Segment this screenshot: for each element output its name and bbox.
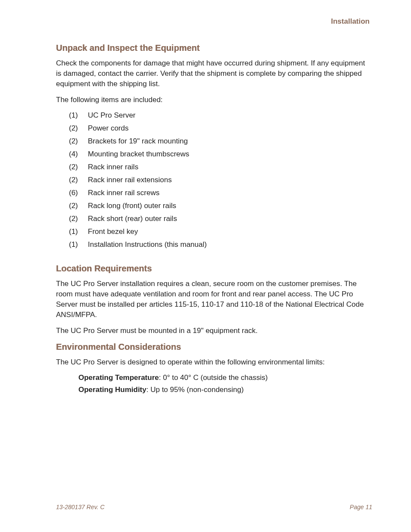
item-desc: Rack short (rear) outer rails [88,215,177,223]
list-item: (2)Rack short (rear) outer rails [69,215,372,223]
spec-value: : 0° to 40° C (outside the chassis) [159,373,268,382]
item-qty: (2) [69,215,88,223]
paragraph: Check the components for damage that mig… [56,58,372,89]
paragraph: The UC Pro Server must be mounted in a 1… [56,326,372,336]
spec-humidity: Operating Humidity: Up to 95% (non-conde… [78,386,372,394]
spec-label: Operating Humidity [78,386,146,394]
list-item: (2)Brackets for 19" rack mounting [69,137,372,146]
item-desc: Mounting bracket thumbscrews [88,150,189,159]
list-item: (1)UC Pro Server [69,111,372,120]
spec-value: : Up to 95% (non-condensing) [146,386,244,394]
item-qty: (2) [69,176,88,184]
item-qty: (1) [69,111,88,120]
item-desc: Rack inner rails [88,163,138,171]
header-section-label: Installation [56,17,372,26]
spec-block: Operating Temperature: 0° to 40° C (outs… [56,373,372,394]
paragraph: The UC Pro Server is designed to operate… [56,357,372,367]
item-qty: (2) [69,124,88,133]
item-desc: Rack inner rail extensions [88,176,172,184]
item-desc: Brackets for 19" rack mounting [88,137,188,146]
heading-environmental: Environmental Considerations [56,342,372,352]
heading-location: Location Requirements [56,264,372,274]
item-desc: Rack inner rail screws [88,189,159,197]
list-item: (2)Rack inner rails [69,163,372,171]
paragraph: The following items are included: [56,95,372,105]
item-qty: (1) [69,227,88,236]
footer-page-number: Page 11 [350,504,372,510]
list-item: (1)Front bezel key [69,227,372,236]
item-qty: (1) [69,240,88,249]
spec-temperature: Operating Temperature: 0° to 40° C (outs… [78,373,372,382]
item-qty: (6) [69,189,88,197]
included-items-list: (1)UC Pro Server (2)Power cords (2)Brack… [56,111,372,249]
heading-unpack: Unpack and Inspect the Equipment [56,43,372,53]
item-desc: Rack long (front) outer rails [88,202,176,210]
list-item: (2)Rack inner rail extensions [69,176,372,184]
list-item: (4)Mounting bracket thumbscrews [69,150,372,159]
item-qty: (4) [69,150,88,159]
item-desc: UC Pro Server [88,111,136,120]
item-desc: Front bezel key [88,227,138,236]
item-qty: (2) [69,137,88,146]
list-item: (1)Installation Instructions (this manua… [69,240,372,249]
item-qty: (2) [69,202,88,210]
item-desc: Power cords [88,124,128,133]
spec-label: Operating Temperature [78,373,159,382]
page-footer: 13-280137 Rev. C Page 11 [56,504,372,510]
list-item: (2)Rack long (front) outer rails [69,202,372,210]
list-item: (6)Rack inner rail screws [69,189,372,197]
footer-doc-id: 13-280137 Rev. C [56,504,105,510]
item-desc: Installation Instructions (this manual) [88,240,207,249]
item-qty: (2) [69,163,88,171]
list-item: (2)Power cords [69,124,372,133]
paragraph: The UC Pro Server installation requires … [56,279,372,320]
page-content: Installation Unpack and Inspect the Equi… [0,0,411,532]
